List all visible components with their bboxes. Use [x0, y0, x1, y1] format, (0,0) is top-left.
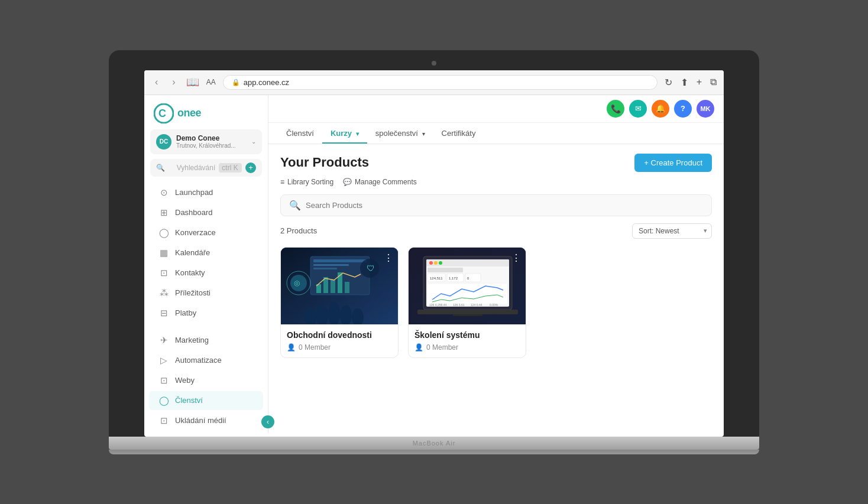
search-add-button[interactable]: +	[245, 162, 256, 173]
products-meta: 2 Products Sort: Newest Sort: Oldest Sor…	[280, 223, 712, 239]
help-icon-button[interactable]: ?	[674, 100, 692, 118]
chat-icon-button[interactable]: ✉	[629, 100, 647, 118]
svg-rect-9	[331, 280, 335, 293]
members-icon: 👤	[414, 343, 423, 352]
camera	[432, 61, 436, 66]
svg-text:124 0.44: 124 0.44	[471, 303, 482, 307]
members-count: 0 Member	[299, 343, 331, 352]
product-menu-button[interactable]: ⋮	[384, 252, 393, 264]
sidebar-item-kalendare[interactable]: ▦ Kalendáře	[149, 243, 263, 262]
dashboard-icon: ⊞	[158, 207, 169, 218]
sidebar-item-weby[interactable]: ⊡ Weby	[149, 371, 263, 390]
sidebar-item-dashboard[interactable]: ⊞ Dashboard	[149, 203, 263, 222]
clenstvi-icon: ◯	[158, 395, 169, 406]
search-bar[interactable]: 🔍 Vyhledávání ctrl K +	[150, 159, 262, 177]
sidebar-item-label: Kalendáře	[175, 248, 210, 257]
create-product-button[interactable]: + Create Product	[634, 154, 712, 172]
sidebar-item-label: Konverzace	[175, 228, 216, 237]
app-container: C onee DC Demo Conee Trutnov, Královéhra…	[144, 95, 724, 433]
spolecenstvi-dropdown-arrow: ▾	[422, 131, 425, 137]
sidebar-item-kontakty[interactable]: ⊡ Kontakty	[149, 264, 263, 282]
sidebar-item-label: Platby	[175, 308, 196, 317]
page-content: Your Products + Create Product ≡ Library…	[268, 144, 724, 368]
reload-button[interactable]: ↻	[665, 77, 672, 88]
tab-certifikaty[interactable]: Certifikáty	[433, 123, 484, 144]
svg-text:1,172: 1,172	[449, 277, 458, 280]
url-text: app.conee.cz	[244, 78, 289, 87]
user-name: Demo Conee	[176, 134, 247, 142]
library-sorting-link[interactable]: ≡ Library Sorting	[280, 178, 333, 186]
sidebar-collapse-button[interactable]: ‹	[261, 415, 274, 428]
user-location: Trutnov, Královéhrad...	[176, 142, 247, 149]
product-card[interactable]: 🛡	[280, 247, 399, 358]
sidebar: C onee DC Demo Conee Trutnov, Královéhra…	[144, 95, 268, 433]
prilezitosti-icon: ⁂	[158, 288, 169, 298]
search-products-input[interactable]	[306, 201, 703, 210]
marketing-icon: ✈	[158, 335, 169, 346]
laptop-foot	[109, 450, 759, 454]
bell-icon-button[interactable]: 🔔	[652, 100, 669, 118]
user-info: Demo Conee Trutnov, Královéhrad...	[176, 134, 247, 149]
back-button[interactable]: ‹	[151, 76, 161, 89]
product-menu-button[interactable]: ⋮	[511, 252, 521, 264]
url-bar[interactable]: 🔒 app.conee.cz	[223, 75, 658, 90]
tab-kurzy[interactable]: Kurzy ▾	[322, 123, 367, 144]
tabs-button[interactable]: ⧉	[710, 77, 717, 87]
svg-rect-4	[313, 259, 367, 262]
page-title: Your Products	[280, 155, 369, 170]
lock-icon: 🔒	[232, 79, 240, 86]
manage-comments-link[interactable]: 💬 Manage Comments	[343, 178, 417, 186]
product-name: Obchodní dovednosti	[287, 330, 392, 340]
sidebar-item-label: Členství	[175, 396, 203, 405]
search-icon: 🔍	[156, 164, 173, 172]
sort-select[interactable]: Sort: Newest Sort: Oldest Sort: Alphabet…	[632, 223, 712, 239]
svg-rect-29	[427, 268, 463, 272]
manage-comments-icon: 💬	[343, 178, 352, 186]
product-card[interactable]: 124,511 1,172 0	[408, 247, 526, 358]
svg-text:124,511: 124,511	[430, 277, 443, 280]
svg-rect-36	[427, 284, 507, 304]
sidebar-item-launchpad[interactable]: ⊙ Launchpad	[149, 183, 263, 202]
new-tab-button[interactable]: +	[697, 77, 702, 87]
phone-icon-button[interactable]: 📞	[607, 100, 624, 118]
sidebar-item-clenstvi[interactable]: ◯ Členství	[149, 391, 263, 410]
sidebar-item-konverzace[interactable]: ◯ Konverzace	[149, 223, 263, 242]
sidebar-item-label: Marketing	[175, 336, 209, 344]
user-avatar-button[interactable]: MK	[697, 100, 714, 118]
sidebar-item-ukladani[interactable]: ⊡ Ukládání médií	[149, 411, 263, 430]
sidebar-item-automatizace[interactable]: ▷ Automatizace	[149, 351, 263, 370]
sort-wrapper[interactable]: Sort: Newest Sort: Oldest Sort: Alphabet…	[632, 223, 712, 239]
tab-clenstvi[interactable]: Členství	[278, 123, 322, 144]
sidebar-item-platby[interactable]: ⊟ Platby	[149, 304, 263, 323]
sidebar-item-marketing[interactable]: ✈ Marketing	[149, 331, 263, 350]
sidebar-item-label: Automatizace	[175, 356, 222, 365]
svg-text:126 4,258.44: 126 4,258.44	[429, 303, 446, 307]
konverzace-icon: ◯	[158, 227, 169, 238]
ukladani-icon: ⊡	[158, 415, 169, 426]
sidebar-item-povest[interactable]: ☆ Pověst	[149, 431, 263, 433]
weby-icon: ⊡	[158, 375, 169, 386]
chevron-icon: ⌄	[251, 138, 256, 145]
manage-comments-label: Manage Comments	[355, 178, 417, 186]
tab-spolecenstvi[interactable]: společenství ▾	[367, 123, 433, 144]
laptop-frame: ‹ › 📖 AA 🔒 app.conee.cz ↻ ⬆ + ⧉	[109, 50, 759, 454]
product-members: 👤 0 Member	[414, 343, 520, 352]
share-button[interactable]: ⬆	[681, 77, 688, 88]
bookmarks-icon[interactable]: 📖	[186, 76, 199, 89]
product-info: Obchodní dovednosti 👤 0 Member	[281, 324, 398, 357]
members-icon: 👤	[287, 343, 296, 352]
sidebar-item-prilezitosti[interactable]: ⁂ Příležitosti	[149, 284, 263, 303]
svg-text:C: C	[158, 108, 166, 119]
svg-rect-11	[345, 282, 349, 293]
library-sort-icon: ≡	[280, 178, 284, 186]
avatar: DC	[156, 134, 171, 149]
svg-point-26	[429, 261, 433, 265]
search-products-bar[interactable]: 🔍	[280, 194, 712, 216]
launchpad-icon: ⊙	[158, 187, 169, 198]
forward-button[interactable]: ›	[169, 76, 179, 89]
search-products-icon: 🔍	[289, 200, 301, 211]
user-profile[interactable]: DC Demo Conee Trutnov, Královéhrad... ⌄	[150, 129, 262, 154]
sidebar-item-label: Příležitosti	[175, 288, 210, 297]
sidebar-item-label: Launchpad	[175, 188, 213, 197]
search-shortcut: ctrl K	[219, 163, 242, 173]
